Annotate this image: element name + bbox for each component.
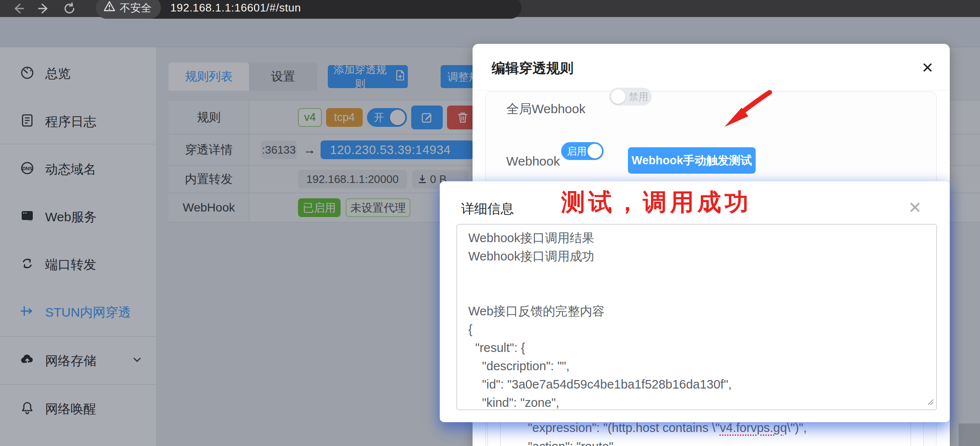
resize-handle-icon[interactable] [926,398,934,407]
red-annotation-arrow [715,86,788,137]
red-annotation-text: 测试，调用成功 [561,186,752,219]
webhook-switch[interactable]: 启用 [561,142,604,160]
switch-knob [587,144,602,158]
json-pre: "expression": "(http.host contains \" [528,421,720,435]
browser-toolbar: 不安全 192.168.1.1:16601/#/stun [0,0,980,17]
webhook-result-textarea[interactable]: Webhook接口调用结果 Webhook接口调用成功 Web接口反馈的完整内容… [456,224,937,410]
url-text[interactable]: 192.168.1.1:16601/#/stun [170,1,301,14]
address-bar[interactable]: 不安全 192.168.1.1:16601/#/stun [96,0,522,19]
detail-modal-title: 详细信息 [461,200,514,218]
browser-back-icon[interactable] [11,1,26,16]
edit-modal-header: 编辑穿透规则 ✕ [473,44,950,91]
close-icon[interactable]: ✕ [922,59,934,76]
disabled-label: 禁用 [629,90,648,103]
webhook-result-text: Webhook接口调用结果 Webhook接口调用成功 Web接口反馈的完整内容… [468,229,925,410]
webhook-label: Webhook [506,154,560,169]
screen: 不安全 192.168.1.1:16601/#/stun 总览 程序日志 DNS… [0,0,980,446]
detail-info-modal: 详细信息 测试，调用成功 ✕ Webhook接口调用结果 Webhook接口调用… [440,181,950,422]
switch-knob [611,89,625,104]
json-post: \")", [787,421,807,435]
close-icon[interactable]: ✕ [908,198,922,217]
edit-modal-title: 编辑穿透规则 [492,59,573,78]
json-line2: "action": "route" [528,440,613,446]
json-domain: v4.forvps.gq [720,421,787,435]
global-webhook-switch[interactable]: 禁用 [609,88,652,106]
browser-reload-icon[interactable] [62,1,77,16]
security-badge[interactable]: 不安全 [96,0,161,19]
webhook-test-button[interactable]: Webhook手动触发测试 [628,147,756,174]
warning-icon [103,1,115,14]
enabled-label: 启用 [567,145,587,158]
browser-forward-icon[interactable] [37,1,51,16]
security-label: 不安全 [120,1,152,15]
global-webhook-label: 全局Webhook [506,100,585,118]
webhook-body-json: "expression": "(http.host contains \"v4.… [528,418,807,446]
